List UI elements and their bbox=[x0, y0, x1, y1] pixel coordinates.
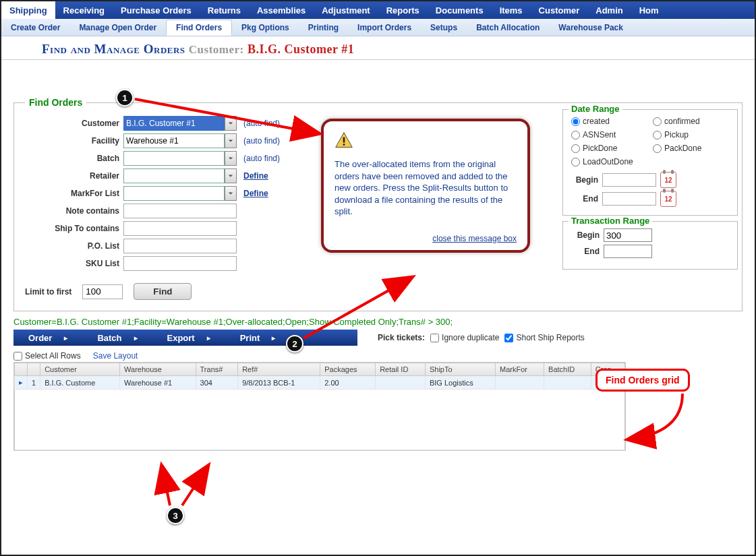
customer-dropdown-button[interactable] bbox=[225, 116, 237, 131]
save-layout-link[interactable]: Save Layout bbox=[93, 351, 138, 361]
calendar-icon[interactable]: 12 bbox=[660, 191, 676, 207]
action-order[interactable]: Order bbox=[13, 333, 82, 343]
nav-documents[interactable]: Documents bbox=[428, 1, 492, 19]
date-begin-input[interactable] bbox=[602, 173, 656, 187]
col-batchid[interactable]: BatchID bbox=[544, 363, 591, 376]
retailer-input[interactable] bbox=[123, 168, 225, 183]
col-shipto[interactable]: ShipTo bbox=[425, 363, 495, 376]
radio-loadoutdone[interactable]: LoadOutDone bbox=[571, 157, 649, 166]
facility-autofind[interactable]: (auto find) bbox=[243, 136, 280, 146]
table-row[interactable]: ▸ 1 B.I.G. Custome Warehouse #1 304 9/8/… bbox=[15, 376, 625, 390]
facility-dropdown-button[interactable] bbox=[225, 133, 237, 148]
col-retailid[interactable]: Retail ID bbox=[376, 363, 426, 376]
ignore-duplicate-label: Ignore duplicate bbox=[442, 333, 499, 342]
expand-row-icon[interactable]: ▸ bbox=[15, 376, 28, 390]
radio-asnsent[interactable]: ASNSent bbox=[571, 130, 649, 140]
nav-receiving[interactable]: Receiving bbox=[55, 1, 113, 19]
date-range-group: Date Range created confirmed ASNSent Pic… bbox=[562, 109, 738, 216]
subnav-setups[interactable]: Setups bbox=[421, 20, 467, 35]
annotation-bubble-3: 3 bbox=[167, 507, 184, 524]
page-title: Find and Manage Orders bbox=[42, 42, 185, 56]
subnav-pkg-options[interactable]: Pkg Options bbox=[232, 20, 299, 35]
date-range-legend: Date Range bbox=[569, 104, 622, 114]
find-button[interactable]: Find bbox=[134, 283, 192, 300]
label-batch: Batch bbox=[25, 154, 119, 163]
col-trans[interactable]: Trans# bbox=[196, 363, 238, 376]
batch-dropdown-button[interactable] bbox=[225, 151, 237, 166]
nav-returns[interactable]: Returns bbox=[200, 1, 249, 19]
radio-confirmed[interactable]: confirmed bbox=[653, 117, 730, 126]
col-customer[interactable]: Customer bbox=[40, 363, 120, 376]
customer-name: B.I.G. Customer #1 bbox=[248, 42, 354, 56]
markfor-dropdown-button[interactable] bbox=[225, 186, 237, 201]
date-end-input[interactable] bbox=[602, 192, 656, 206]
svg-rect-0 bbox=[343, 137, 345, 143]
ignore-duplicate-checkbox[interactable] bbox=[430, 334, 439, 342]
radio-packdone[interactable]: PackDone bbox=[653, 144, 730, 153]
label-date-begin: Begin bbox=[571, 175, 598, 185]
nav-items[interactable]: Items bbox=[492, 1, 531, 19]
radio-created[interactable]: created bbox=[571, 117, 649, 126]
col-ref[interactable]: Ref# bbox=[238, 363, 320, 376]
retailer-define[interactable]: Define bbox=[243, 171, 268, 181]
customer-autofind[interactable]: (auto find) bbox=[243, 119, 280, 128]
short-ship-checkbox[interactable] bbox=[504, 334, 513, 342]
label-retailer: Retailer bbox=[25, 171, 119, 181]
batch-input[interactable] bbox=[123, 151, 225, 166]
svg-rect-1 bbox=[343, 144, 345, 146]
customer-input[interactable] bbox=[123, 116, 225, 131]
nav-shipping[interactable]: Shipping bbox=[1, 1, 55, 19]
select-all-rows-checkbox[interactable] bbox=[13, 352, 22, 361]
label-sku: SKU List bbox=[25, 259, 119, 268]
nav-admin[interactable]: Admin bbox=[587, 1, 631, 19]
subnav-manage-open-order[interactable]: Manage Open Order bbox=[69, 20, 166, 35]
po-input[interactable] bbox=[123, 239, 237, 253]
cell-ref: 9/8/2013 BCB-1 bbox=[238, 376, 320, 390]
col-num[interactable] bbox=[28, 363, 40, 376]
subnav-printing[interactable]: Printing bbox=[299, 20, 348, 35]
subnav-find-orders[interactable]: Find Orders bbox=[166, 20, 232, 36]
action-batch[interactable]: Batch bbox=[82, 333, 152, 343]
radio-pickup[interactable]: Pickup bbox=[653, 130, 730, 140]
subnav-batch-allocation[interactable]: Batch Allocation bbox=[467, 20, 549, 35]
subnav-import-orders[interactable]: Import Orders bbox=[348, 20, 421, 35]
shipto-input[interactable] bbox=[123, 221, 237, 236]
nav-adjustment[interactable]: Adjustment bbox=[314, 1, 378, 19]
calendar-icon[interactable]: 12 bbox=[660, 172, 676, 188]
markfor-input[interactable] bbox=[123, 186, 225, 201]
sub-nav: Create Order Manage Open Order Find Orde… bbox=[1, 19, 755, 36]
nav-assemblies[interactable]: Assemblies bbox=[249, 1, 314, 19]
markfor-define[interactable]: Define bbox=[243, 189, 268, 198]
annotation-bubble-2: 2 bbox=[286, 335, 303, 352]
action-export[interactable]: Export bbox=[152, 333, 225, 343]
label-po: P.O. List bbox=[25, 241, 119, 251]
cell-retail bbox=[376, 376, 426, 390]
nav-purchase-orders[interactable]: Purchase Orders bbox=[113, 1, 200, 19]
radio-pickdone[interactable]: PickDone bbox=[571, 144, 649, 153]
col-markfor[interactable]: MarkFor bbox=[495, 363, 544, 376]
transaction-range-group: Transaction Range Begin End bbox=[562, 221, 738, 270]
label-trans-end: End bbox=[571, 247, 600, 256]
nav-customer[interactable]: Customer bbox=[531, 1, 588, 19]
limit-input[interactable] bbox=[82, 284, 123, 299]
nav-reports[interactable]: Reports bbox=[378, 1, 428, 19]
main-nav: Shipping Receiving Purchase Orders Retur… bbox=[1, 1, 755, 19]
col-expand[interactable] bbox=[15, 363, 28, 376]
col-packages[interactable]: Packages bbox=[320, 363, 376, 376]
sku-input[interactable] bbox=[123, 256, 237, 271]
batch-autofind[interactable]: (auto find) bbox=[243, 154, 280, 163]
nav-home[interactable]: Hom bbox=[631, 1, 667, 19]
col-warehouse[interactable]: Warehouse bbox=[120, 363, 196, 376]
close-message-link[interactable]: close this message box bbox=[335, 234, 517, 243]
subnav-create-order[interactable]: Create Order bbox=[1, 20, 69, 35]
pick-tickets-label: Pick tickets: bbox=[378, 333, 425, 342]
facility-input[interactable] bbox=[123, 133, 225, 148]
action-print[interactable]: Print bbox=[225, 333, 291, 343]
note-input[interactable] bbox=[123, 204, 237, 218]
label-date-end: End bbox=[571, 194, 598, 204]
retailer-dropdown-button[interactable] bbox=[225, 168, 237, 183]
subnav-warehouse-pack[interactable]: Warehouse Pack bbox=[549, 20, 633, 35]
trans-end-input[interactable] bbox=[604, 245, 652, 258]
cell-warehouse: Warehouse #1 bbox=[120, 376, 196, 390]
trans-begin-input[interactable] bbox=[604, 228, 652, 242]
